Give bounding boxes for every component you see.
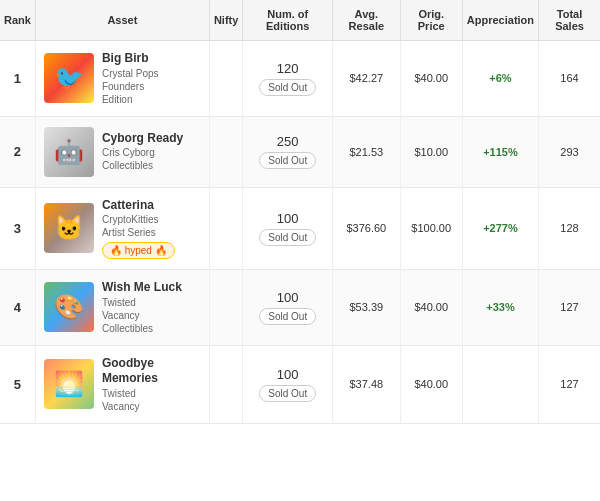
total-sales-cell: 128 <box>539 187 600 270</box>
sold-out-badge: Sold Out <box>259 308 316 325</box>
rank-cell: 1 <box>0 41 35 117</box>
edition-count: 120 <box>247 61 328 76</box>
avg-resale-cell: $42.27 <box>333 41 401 117</box>
orig-price-cell: $100.00 <box>400 187 462 270</box>
header-nifty: Nifty <box>209 0 242 41</box>
avg-resale-cell: $376.60 <box>333 187 401 270</box>
header-total-sales: Total Sales <box>539 0 600 41</box>
asset-thumbnail: 🌅 <box>44 359 94 409</box>
asset-cell: 🌅Goodbye MemoriesTwistedVacancy <box>35 345 209 423</box>
appreciation-cell: +115% <box>462 116 538 187</box>
asset-sub1: CryptoKitties <box>102 213 175 226</box>
rank-cell: 5 <box>0 345 35 423</box>
asset-name: Catterina <box>102 198 175 214</box>
num-editions-cell: 100Sold Out <box>243 187 333 270</box>
rank-cell: 4 <box>0 270 35 346</box>
appreciation-cell <box>462 345 538 423</box>
asset-sub3: Collectibles <box>102 322 182 335</box>
hyped-badge: 🔥 hyped 🔥 <box>102 242 175 259</box>
asset-cell: 🐦Big BirbCrystal PopsFoundersEdition <box>35 41 209 117</box>
orig-price-cell: $40.00 <box>400 345 462 423</box>
table-row: 4🎨Wish Me LuckTwistedVacancyCollectibles… <box>0 270 600 346</box>
sold-out-badge: Sold Out <box>259 152 316 169</box>
asset-sub1: Twisted <box>102 296 182 309</box>
total-sales-cell: 127 <box>539 345 600 423</box>
asset-thumbnail: 🤖 <box>44 127 94 177</box>
nifty-cell <box>209 116 242 187</box>
header-asset: Asset <box>35 0 209 41</box>
asset-name: Big Birb <box>102 51 159 67</box>
asset-sub2: Vacancy <box>102 400 205 413</box>
edition-count: 100 <box>247 290 328 305</box>
nifty-cell <box>209 345 242 423</box>
table-row: 3🐱CatterinaCryptoKittiesArtist Series🔥 h… <box>0 187 600 270</box>
total-sales-cell: 164 <box>539 41 600 117</box>
total-sales-cell: 127 <box>539 270 600 346</box>
asset-name: Wish Me Luck <box>102 280 182 296</box>
asset-sub2: Founders <box>102 80 159 93</box>
edition-count: 100 <box>247 211 328 226</box>
header-appreciation: Appreciation <box>462 0 538 41</box>
asset-sub3: Edition <box>102 93 159 106</box>
sold-out-badge: Sold Out <box>259 229 316 246</box>
total-sales-cell: 293 <box>539 116 600 187</box>
nifty-cell <box>209 270 242 346</box>
asset-name: Cyborg Ready <box>102 131 183 147</box>
rank-cell: 2 <box>0 116 35 187</box>
header-num-editions: Num. of Editions <box>243 0 333 41</box>
orig-price-cell: $40.00 <box>400 270 462 346</box>
table-row: 5🌅Goodbye MemoriesTwistedVacancy100Sold … <box>0 345 600 423</box>
header-avg-resale: Avg. Resale <box>333 0 401 41</box>
table-row: 1🐦Big BirbCrystal PopsFoundersEdition120… <box>0 41 600 117</box>
asset-cell: 🤖Cyborg ReadyCris CyborgCollectibles <box>35 116 209 187</box>
asset-sub2: Vacancy <box>102 309 182 322</box>
num-editions-cell: 100Sold Out <box>243 270 333 346</box>
asset-thumbnail: 🐦 <box>44 53 94 103</box>
asset-sub1: Twisted <box>102 387 205 400</box>
appreciation-cell: +277% <box>462 187 538 270</box>
nft-rankings-table: Rank Asset Nifty Num. of Editions Avg. R… <box>0 0 600 424</box>
num-editions-cell: 100Sold Out <box>243 345 333 423</box>
asset-cell: 🎨Wish Me LuckTwistedVacancyCollectibles <box>35 270 209 346</box>
sold-out-badge: Sold Out <box>259 79 316 96</box>
orig-price-cell: $40.00 <box>400 41 462 117</box>
nifty-cell <box>209 41 242 117</box>
asset-sub1: Crystal Pops <box>102 67 159 80</box>
asset-sub2: Collectibles <box>102 159 183 172</box>
appreciation-cell: +6% <box>462 41 538 117</box>
avg-resale-cell: $53.39 <box>333 270 401 346</box>
appreciation-cell: +33% <box>462 270 538 346</box>
header-orig-price: Orig. Price <box>400 0 462 41</box>
asset-sub1: Cris Cyborg <box>102 146 183 159</box>
num-editions-cell: 120Sold Out <box>243 41 333 117</box>
rank-cell: 3 <box>0 187 35 270</box>
num-editions-cell: 250Sold Out <box>243 116 333 187</box>
edition-count: 250 <box>247 134 328 149</box>
asset-cell: 🐱CatterinaCryptoKittiesArtist Series🔥 hy… <box>35 187 209 270</box>
asset-sub2: Artist Series <box>102 226 175 239</box>
asset-thumbnail: 🐱 <box>44 203 94 253</box>
avg-resale-cell: $37.48 <box>333 345 401 423</box>
asset-thumbnail: 🎨 <box>44 282 94 332</box>
header-rank: Rank <box>0 0 35 41</box>
sold-out-badge: Sold Out <box>259 385 316 402</box>
edition-count: 100 <box>247 367 328 382</box>
nifty-cell <box>209 187 242 270</box>
asset-name: Goodbye Memories <box>102 356 205 387</box>
avg-resale-cell: $21.53 <box>333 116 401 187</box>
table-row: 2🤖Cyborg ReadyCris CyborgCollectibles250… <box>0 116 600 187</box>
orig-price-cell: $10.00 <box>400 116 462 187</box>
